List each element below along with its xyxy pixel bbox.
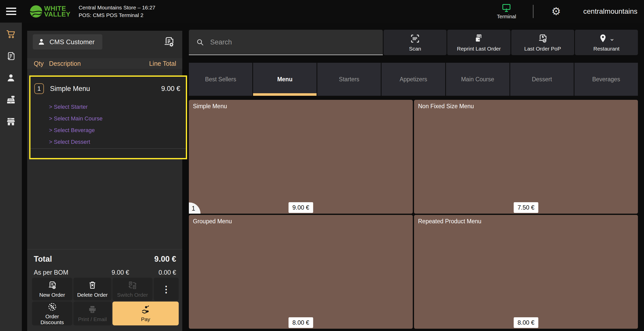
tab-menu[interactable]: Menu (253, 63, 317, 96)
cash-register-icon (6, 95, 16, 105)
product-tile-simple-menu[interactable]: Simple Menu 1 9.00 € (189, 100, 413, 214)
brand-logo: WHITE VALLEY (29, 5, 71, 18)
scan-button[interactable]: Scan (384, 30, 447, 55)
sidebar-item-customers[interactable] (6, 73, 16, 83)
bom-value: 9.00 € (89, 269, 129, 276)
order-line-qty-badge: 1 (34, 83, 44, 94)
description-column-header: Description (49, 60, 149, 67)
tab-appetizers[interactable]: Appetizers (382, 63, 445, 96)
search-row: Scan Reprint Last Order (189, 30, 638, 55)
order-line-divider (30, 148, 186, 149)
switch-order-button: Switch Order (112, 278, 153, 301)
more-actions-button[interactable]: ⋮ (154, 278, 179, 301)
tab-beverages[interactable]: Beverages (574, 63, 638, 96)
product-tile-non-fixed-size-menu[interactable]: Non Fixed Size Menu 7.50 € (414, 100, 638, 214)
delete-order-button[interactable]: Delete Order (73, 278, 111, 301)
order-line-total: 9.00 € (161, 85, 180, 93)
last-order-pop-button[interactable]: Last Order PoP (511, 30, 574, 55)
barcode-scan-icon (410, 33, 420, 44)
hamburger-menu-icon[interactable] (6, 8, 16, 15)
tab-main-course[interactable]: Main Course (446, 63, 509, 96)
select-main-course-link[interactable]: > Select Main Course (49, 115, 186, 122)
pay-button[interactable]: Pay (112, 302, 179, 325)
product-price: 7.50 € (514, 202, 538, 213)
total-label: Total (34, 255, 52, 264)
receipt-gear-icon (163, 36, 175, 48)
product-qty-badge: 1 (189, 202, 201, 214)
order-lines-header: Qty Description Line Total (27, 58, 182, 69)
reprint-last-order-button[interactable]: Reprint Last Order (447, 30, 510, 55)
product-price: 9.00 € (289, 202, 313, 213)
product-tile-grouped-menu[interactable]: Grouped Menu 8.00 € (189, 215, 413, 329)
product-price: 8.00 € (514, 317, 538, 328)
print-email-button: Print / Email (73, 302, 111, 325)
order-discounts-label: Order Discounts (33, 313, 71, 325)
discount-badge-icon (47, 302, 57, 312)
last-order-pop-label: Last Order PoP (524, 46, 561, 52)
order-settings-button[interactable] (160, 33, 178, 51)
search-input[interactable] (210, 38, 376, 46)
customer-row: CMS Customer (27, 34, 182, 50)
terminal-monitor-icon (501, 3, 512, 13)
total-value: 9.00 € (154, 255, 176, 264)
receipt-icon (6, 51, 16, 61)
search-icon (196, 38, 204, 46)
location-pin-icon (598, 33, 609, 44)
kebab-menu-icon: ⋮ (162, 286, 171, 292)
select-beverage-link[interactable]: > Select Beverage (49, 127, 186, 134)
terminal-status-button[interactable]: Terminal (497, 3, 516, 20)
store-icon (6, 117, 16, 127)
product-name: Repeated Product Menu (418, 218, 481, 225)
order-discounts-button[interactable]: Order Discounts (32, 302, 72, 325)
scan-label: Scan (409, 46, 421, 52)
qty-column-header: Qty (34, 60, 49, 67)
sidebar-item-orders[interactable] (6, 51, 16, 61)
product-tile-repeated-product-menu[interactable]: Repeated Product Menu 8.00 € (414, 215, 638, 329)
logged-in-username[interactable]: centralmountains (583, 7, 637, 15)
product-area: Scan Reprint Last Order (189, 30, 638, 331)
switch-order-label: Switch Order (117, 292, 148, 298)
customer-name: CMS Customer (49, 38, 95, 46)
order-actions: New Order Delete Order Swit (32, 278, 179, 325)
customer-selector[interactable]: CMS Customer (33, 34, 102, 50)
pos-terminal-name: POS: CMS POS Terminal 2 (79, 11, 155, 19)
top-bar: WHITE VALLEY Central Mountains Store – 1… (0, 0, 644, 23)
new-order-button[interactable]: New Order (32, 278, 72, 301)
reprint-last-order-label: Reprint Last Order (457, 46, 501, 52)
bom-label: As per BOM (34, 269, 89, 276)
restaurant-selector-button[interactable]: ⌄ Restaurant (575, 30, 638, 55)
bom-secondary-value: 0.00 € (129, 269, 176, 276)
order-line-description: Simple Menu (50, 85, 161, 93)
delete-order-label: Delete Order (77, 292, 108, 298)
terminal-label: Terminal (497, 14, 516, 20)
sidebar-item-sale-cart[interactable] (6, 29, 16, 39)
sidebar-item-cash-register[interactable] (6, 95, 16, 105)
cart-icon (6, 29, 16, 39)
order-totals: Total 9.00 € As per BOM 9.00 € 0.00 € (27, 249, 182, 276)
settings-gear-icon[interactable]: ⚙ (551, 6, 561, 17)
brand-name: WHITE VALLEY (44, 6, 71, 17)
product-name: Simple Menu (193, 103, 227, 109)
product-name: Grouped Menu (193, 218, 232, 225)
select-starter-link[interactable]: > Select Starter (49, 104, 186, 110)
pay-hand-coin-icon (141, 305, 151, 314)
reprint-printer-icon (473, 33, 484, 44)
selected-order-line[interactable]: 1 Simple Menu 9.00 € > Select Starter > … (29, 75, 187, 159)
sidebar-item-store[interactable] (6, 117, 16, 127)
order-line-options: > Select Starter > Select Main Course > … (49, 104, 186, 145)
product-name: Non Fixed Size Menu (418, 103, 474, 109)
topbar-divider (533, 5, 534, 18)
tab-starters[interactable]: Starters (317, 63, 381, 96)
switch-order-icon (128, 280, 137, 290)
order-line-row[interactable]: 1 Simple Menu 9.00 € (30, 77, 186, 94)
order-panel: CMS Customer Qty Description Line Total … (27, 31, 182, 331)
active-tab-underline (253, 93, 317, 96)
tab-dessert[interactable]: Dessert (510, 63, 574, 96)
search-box[interactable] (189, 30, 383, 55)
person-icon (6, 73, 16, 83)
printer-icon (88, 305, 97, 314)
tab-best-sellers[interactable]: Best Sellers (189, 63, 252, 96)
product-grid: Simple Menu 1 9.00 € Non Fixed Size Menu… (189, 100, 638, 329)
customer-person-icon (37, 38, 45, 46)
select-dessert-link[interactable]: > Select Dessert (49, 139, 186, 145)
